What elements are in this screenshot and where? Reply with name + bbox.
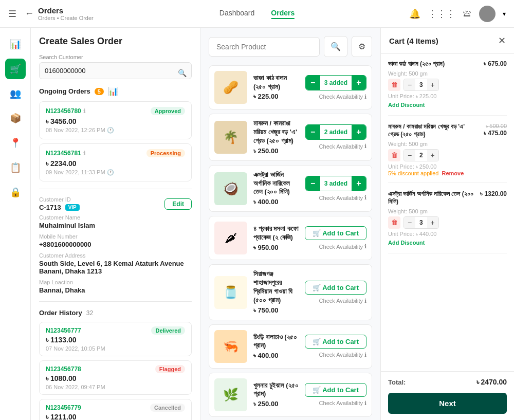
- edit-customer-button[interactable]: Edit: [164, 198, 192, 210]
- next-button[interactable]: Next: [388, 393, 507, 414]
- search-customer-icon[interactable]: 🔍: [178, 69, 187, 77]
- cart-close-icon[interactable]: ✕: [498, 35, 506, 46]
- ongoing-order-id-2[interactable]: N123456781 ℹ: [46, 150, 85, 157]
- qty-plus-1[interactable]: +: [352, 76, 366, 90]
- product-info-6: চিংড়ি বালাচাও (২৫০ গ্রাম) ৳ 400.00: [253, 333, 299, 360]
- product-search-input[interactable]: [209, 37, 320, 57]
- sidebar-item-orders[interactable]: 🛒: [5, 59, 26, 79]
- info-icon-p7: ℹ: [364, 400, 366, 407]
- history-amount-2: ৳ 1080.00: [46, 374, 185, 383]
- product-price-4: ৳ 950.00: [253, 244, 299, 252]
- product-img-4: 🌶: [214, 222, 247, 254]
- history-date-2: 06 Nov 2022, 09:47 PM: [46, 384, 185, 390]
- cart-qty-minus-1[interactable]: −: [404, 79, 415, 90]
- add-to-cart-button-6[interactable]: 🛒 Add to Cart: [305, 335, 366, 349]
- check-availability-6[interactable]: Check Availability ℹ: [319, 352, 366, 358]
- product-price-7: ৳ 250.00: [253, 400, 299, 408]
- cart-delete-1[interactable]: 🗑: [388, 79, 400, 91]
- cart-delete-3[interactable]: 🗑: [388, 216, 400, 229]
- cart-delete-2[interactable]: 🗑: [388, 149, 400, 161]
- history-order-id-2[interactable]: N123456778: [46, 366, 81, 373]
- order-history-header: Order History 32: [39, 309, 192, 317]
- customer-name-label: Customer Name: [39, 214, 192, 221]
- qty-control-2: − 2 added +: [305, 124, 366, 140]
- hand-icon[interactable]: 🛎: [463, 8, 472, 19]
- customer-mobile-label: Mobile Number: [39, 233, 192, 240]
- nav-right: 🔔 ⋮⋮⋮ 🛎 ▾: [409, 6, 506, 22]
- sidebar-item-customers[interactable]: 👥: [5, 83, 26, 104]
- order-history-label: Order History: [39, 309, 82, 317]
- qty-minus-2[interactable]: −: [306, 125, 320, 139]
- check-availability-1[interactable]: Check Availability ℹ: [319, 94, 366, 100]
- product-img-7: 🌿: [214, 378, 247, 411]
- hamburger-icon[interactable]: ☰: [8, 8, 16, 20]
- customer-id-label: Customer ID: [39, 196, 80, 203]
- ongoing-order-card-2: N123456781 ℹ Processing ৳ 2234.00 09 Nov…: [39, 143, 192, 181]
- sidebar-item-dashboard[interactable]: 📊: [5, 34, 26, 54]
- check-availability-7[interactable]: Check Availability ℹ: [319, 400, 366, 407]
- search-customer-input[interactable]: [39, 62, 192, 79]
- info-icon-2: ℹ: [83, 150, 85, 157]
- cart-panel: Cart (4 Items) ✕ ভাজা কাঠ বাদাম (২৫০ গ্র…: [380, 28, 514, 420]
- check-availability-5[interactable]: Check Availability ℹ: [319, 298, 366, 304]
- bell-icon[interactable]: 🔔: [409, 8, 420, 20]
- breadcrumb: Orders • Create Order: [38, 15, 94, 21]
- check-availability-4[interactable]: Check Availability ℹ: [319, 243, 366, 250]
- cart-qty-plus-2[interactable]: +: [427, 150, 438, 161]
- product-img-5: 🫙: [214, 276, 247, 309]
- cart-qty-minus-3[interactable]: −: [404, 217, 415, 228]
- history-order-id-1[interactable]: N123456777: [46, 327, 81, 334]
- remove-discount-2[interactable]: Remove: [442, 170, 464, 176]
- cart-title: Cart (4 Items): [389, 36, 438, 45]
- sidebar-item-products[interactable]: 📦: [5, 108, 26, 129]
- nav-orders[interactable]: Orders: [271, 9, 295, 19]
- cart-qty-control-1: − 3 +: [403, 79, 439, 91]
- sidebar-item-locations[interactable]: 📍: [5, 133, 26, 153]
- product-card-2: 🌴 মাবরুম / কামরাঙা মরিয়ম খেজুর বড় 'এ' …: [209, 114, 372, 161]
- cart-qty-minus-2[interactable]: −: [404, 150, 415, 161]
- add-discount-1[interactable]: Add Discount: [388, 102, 425, 108]
- cart-item-1: ভাজা কাঠ বাদাম (২৫০ গ্রাম) ৳ 675.00 Weig…: [388, 60, 507, 116]
- add-to-cart-button-4[interactable]: 🛒 Add to Cart: [305, 226, 366, 240]
- history-card-2: N123456778 Flagged ৳ 1080.00 06 Nov 2022…: [39, 360, 192, 395]
- qty-plus-2[interactable]: +: [352, 125, 366, 139]
- ongoing-order-id-1[interactable]: N123456780 ℹ: [46, 107, 85, 115]
- cart-qty-plus-1[interactable]: +: [427, 79, 438, 90]
- check-availability-2[interactable]: Check Availability ℹ: [319, 143, 366, 150]
- add-to-cart-button-7[interactable]: 🛒 Add to Cart: [305, 383, 366, 397]
- avatar[interactable]: [479, 6, 495, 22]
- customer-address-label: Customer Address: [39, 252, 192, 259]
- check-availability-3[interactable]: Check Availability ℹ: [319, 194, 366, 201]
- qty-minus-1[interactable]: −: [306, 76, 320, 90]
- info-icon-p3: ℹ: [364, 194, 366, 201]
- cart-qty-val-3: 3: [415, 219, 427, 226]
- grid-icon[interactable]: ⋮⋮⋮: [428, 8, 455, 20]
- main-layout: 📊 🛒 👥 📦 📍 📋 🔒 Create Sales Order Search …: [0, 28, 514, 420]
- product-search-button[interactable]: 🔍: [324, 36, 347, 57]
- qty-control-3: − 3 added +: [305, 176, 366, 191]
- product-img-1: 🥜: [214, 71, 247, 104]
- sidebar-item-reports[interactable]: 📋: [5, 157, 26, 178]
- product-filter-button[interactable]: ⚙: [352, 36, 372, 57]
- cart-qty-plus-3[interactable]: +: [427, 217, 438, 228]
- qty-minus-3[interactable]: −: [306, 176, 320, 191]
- product-price-1: ৳ 225.00: [253, 93, 299, 101]
- qty-plus-3[interactable]: +: [352, 176, 366, 191]
- ongoing-orders-label: Ongoing Orders: [39, 87, 90, 95]
- product-price-5: ৳ 750.00: [253, 306, 299, 315]
- back-icon[interactable]: ←: [25, 8, 34, 19]
- sidebar-item-settings[interactable]: 🔒: [5, 182, 26, 203]
- cart-item-3: এক্সট্রা ভার্জিন অর্গানিক নারিকেল তেল (২…: [388, 190, 507, 253]
- ongoing-orders-badge: 5: [95, 88, 104, 95]
- product-actions-2: − 2 added + Check Availability ℹ: [305, 124, 366, 150]
- history-order-id-3[interactable]: N123456779: [46, 404, 81, 411]
- nav-dashboard[interactable]: Dashboard: [219, 9, 255, 19]
- chart-icon[interactable]: 📊: [108, 86, 118, 96]
- history-card-3: N123456779 Cancelled ৳ 1211.00 06 Nov 20…: [39, 399, 192, 420]
- add-discount-3[interactable]: Add Discount: [388, 240, 425, 246]
- add-to-cart-button-5[interactable]: 🛒 Add to Cart: [305, 281, 366, 295]
- customer-address-value: South Side, Level 6, 18 Kemal Ataturk Av…: [39, 260, 192, 275]
- avatar-dropdown-icon[interactable]: ▾: [503, 10, 506, 17]
- middle-panel: 🔍 ⚙ 🥜 ভাজা কাঠ বাদাম (২৫০ গ্রাম) ৳ 225.0…: [200, 28, 380, 420]
- discount-applied-2: 5% discount applied Remove: [388, 170, 507, 176]
